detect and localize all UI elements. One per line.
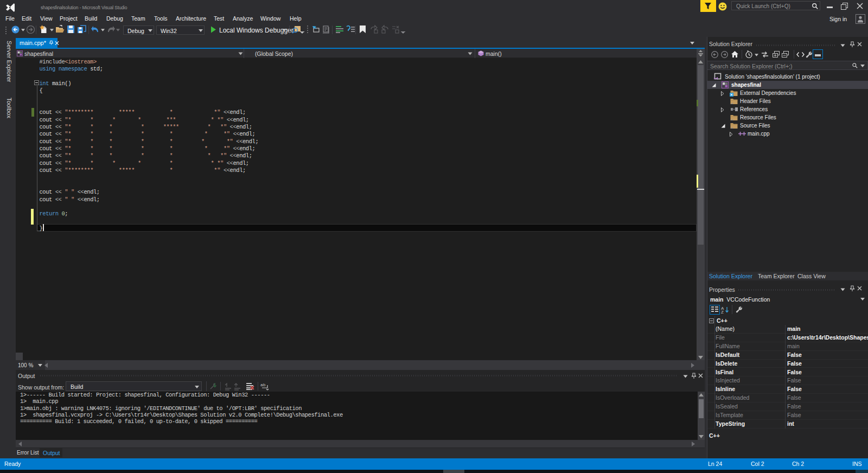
svg-text:Z: Z — [721, 310, 724, 314]
svg-text:ab: ab — [260, 382, 266, 387]
